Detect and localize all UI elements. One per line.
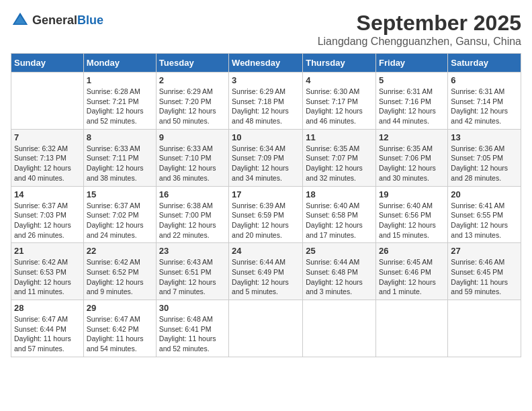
day-info: Sunrise: 6:42 AM Sunset: 6:53 PM Dayligh…: [14, 257, 81, 297]
day-info: Sunrise: 6:40 AM Sunset: 6:56 PM Dayligh…: [379, 201, 445, 240]
day-info: Sunrise: 6:33 AM Sunset: 7:11 PM Dayligh…: [87, 144, 153, 183]
logo-text: GeneralBlue: [32, 14, 103, 27]
day-info: Sunrise: 6:38 AM Sunset: 7:00 PM Dayligh…: [159, 201, 226, 240]
day-info: Sunrise: 6:42 AM Sunset: 6:52 PM Dayligh…: [87, 257, 153, 297]
day-number: 13: [451, 132, 518, 142]
day-cell: 1Sunrise: 6:28 AM Sunset: 7:21 PM Daylig…: [83, 73, 156, 130]
day-number: 5: [379, 75, 445, 85]
day-info: Sunrise: 6:43 AM Sunset: 6:51 PM Dayligh…: [159, 257, 226, 297]
day-cell: [376, 300, 448, 357]
day-info: Sunrise: 6:29 AM Sunset: 7:20 PM Dayligh…: [159, 87, 226, 126]
day-cell: 15Sunrise: 6:37 AM Sunset: 7:02 PM Dayli…: [83, 186, 156, 243]
day-number: 10: [232, 132, 300, 142]
day-number: 20: [451, 189, 518, 199]
day-info: Sunrise: 6:37 AM Sunset: 7:03 PM Dayligh…: [14, 201, 81, 240]
day-number: 27: [451, 246, 518, 256]
day-cell: 3Sunrise: 6:29 AM Sunset: 7:18 PM Daylig…: [229, 73, 303, 130]
logo-icon: [11, 11, 30, 30]
days-header-row: SundayMondayTuesdayWednesdayThursdayFrid…: [11, 54, 521, 73]
day-number: 26: [379, 246, 445, 256]
day-cell: 11Sunrise: 6:35 AM Sunset: 7:07 PM Dayli…: [303, 129, 376, 186]
day-cell: 20Sunrise: 6:41 AM Sunset: 6:55 PM Dayli…: [448, 186, 521, 243]
week-row-2: 7Sunrise: 6:32 AM Sunset: 7:13 PM Daylig…: [11, 129, 521, 186]
day-cell: 8Sunrise: 6:33 AM Sunset: 7:11 PM Daylig…: [83, 129, 156, 186]
day-info: Sunrise: 6:35 AM Sunset: 7:06 PM Dayligh…: [379, 144, 445, 183]
day-number: 24: [232, 246, 300, 256]
day-number: 16: [159, 189, 226, 199]
day-cell: 21Sunrise: 6:42 AM Sunset: 6:53 PM Dayli…: [11, 243, 84, 300]
day-number: 30: [159, 303, 226, 313]
day-cell: 4Sunrise: 6:30 AM Sunset: 7:17 PM Daylig…: [303, 73, 376, 130]
day-number: 28: [14, 303, 81, 313]
day-info: Sunrise: 6:48 AM Sunset: 6:41 PM Dayligh…: [159, 314, 226, 354]
day-info: Sunrise: 6:28 AM Sunset: 7:21 PM Dayligh…: [87, 87, 153, 126]
day-number: 8: [87, 132, 153, 142]
logo-general: General: [32, 13, 77, 27]
day-info: Sunrise: 6:45 AM Sunset: 6:46 PM Dayligh…: [379, 257, 445, 297]
day-cell: 6Sunrise: 6:31 AM Sunset: 7:14 PM Daylig…: [448, 73, 521, 130]
day-cell: 2Sunrise: 6:29 AM Sunset: 7:20 PM Daylig…: [156, 73, 228, 130]
day-cell: 24Sunrise: 6:44 AM Sunset: 6:49 PM Dayli…: [229, 243, 303, 300]
day-cell: 29Sunrise: 6:47 AM Sunset: 6:42 PM Dayli…: [83, 300, 156, 357]
day-number: 7: [14, 132, 81, 142]
day-info: Sunrise: 6:36 AM Sunset: 7:05 PM Dayligh…: [451, 144, 518, 183]
day-number: 22: [87, 246, 153, 256]
day-cell: 19Sunrise: 6:40 AM Sunset: 6:56 PM Dayli…: [376, 186, 448, 243]
day-header-saturday: Saturday: [448, 54, 521, 73]
day-number: 18: [306, 189, 373, 199]
day-info: Sunrise: 6:33 AM Sunset: 7:10 PM Dayligh…: [159, 144, 226, 183]
day-number: 29: [87, 303, 153, 313]
day-info: Sunrise: 6:47 AM Sunset: 6:44 PM Dayligh…: [14, 314, 81, 354]
day-cell: 22Sunrise: 6:42 AM Sunset: 6:52 PM Dayli…: [83, 243, 156, 300]
day-number: 17: [232, 189, 300, 199]
week-row-4: 21Sunrise: 6:42 AM Sunset: 6:53 PM Dayli…: [11, 243, 521, 300]
day-header-wednesday: Wednesday: [229, 54, 303, 73]
month-title: September 2025: [318, 11, 521, 36]
day-cell: 14Sunrise: 6:37 AM Sunset: 7:03 PM Dayli…: [11, 186, 84, 243]
day-cell: 12Sunrise: 6:35 AM Sunset: 7:06 PM Dayli…: [376, 129, 448, 186]
day-info: Sunrise: 6:39 AM Sunset: 6:59 PM Dayligh…: [232, 201, 300, 240]
day-number: 23: [159, 246, 226, 256]
day-number: 15: [87, 189, 153, 199]
day-info: Sunrise: 6:44 AM Sunset: 6:48 PM Dayligh…: [306, 257, 373, 297]
day-cell: 26Sunrise: 6:45 AM Sunset: 6:46 PM Dayli…: [376, 243, 448, 300]
logo-blue: Blue: [77, 13, 103, 27]
day-number: 2: [159, 75, 226, 85]
day-info: Sunrise: 6:46 AM Sunset: 6:45 PM Dayligh…: [451, 257, 518, 297]
day-cell: [229, 300, 303, 357]
day-number: 4: [306, 75, 373, 85]
day-cell: 28Sunrise: 6:47 AM Sunset: 6:44 PM Dayli…: [11, 300, 84, 357]
day-header-monday: Monday: [83, 54, 156, 73]
day-cell: 23Sunrise: 6:43 AM Sunset: 6:51 PM Dayli…: [156, 243, 228, 300]
day-number: 6: [451, 75, 518, 85]
day-cell: 5Sunrise: 6:31 AM Sunset: 7:16 PM Daylig…: [376, 73, 448, 130]
day-cell: [303, 300, 376, 357]
day-header-tuesday: Tuesday: [156, 54, 228, 73]
day-cell: 30Sunrise: 6:48 AM Sunset: 6:41 PM Dayli…: [156, 300, 228, 357]
day-info: Sunrise: 6:40 AM Sunset: 6:58 PM Dayligh…: [306, 201, 373, 240]
day-cell: [11, 73, 84, 130]
day-info: Sunrise: 6:30 AM Sunset: 7:17 PM Dayligh…: [306, 87, 373, 126]
day-number: 14: [14, 189, 81, 199]
calendar-table: SundayMondayTuesdayWednesdayThursdayFrid…: [11, 53, 521, 357]
day-number: 19: [379, 189, 445, 199]
week-row-5: 28Sunrise: 6:47 AM Sunset: 6:44 PM Dayli…: [11, 300, 521, 357]
day-info: Sunrise: 6:34 AM Sunset: 7:09 PM Dayligh…: [232, 144, 300, 183]
day-info: Sunrise: 6:31 AM Sunset: 7:16 PM Dayligh…: [379, 87, 445, 126]
day-cell: 7Sunrise: 6:32 AM Sunset: 7:13 PM Daylig…: [11, 129, 84, 186]
day-cell: 25Sunrise: 6:44 AM Sunset: 6:48 PM Dayli…: [303, 243, 376, 300]
logo: GeneralBlue: [11, 11, 103, 30]
day-number: 1: [87, 75, 153, 85]
day-header-friday: Friday: [376, 54, 448, 73]
day-header-sunday: Sunday: [11, 54, 84, 73]
day-cell: 17Sunrise: 6:39 AM Sunset: 6:59 PM Dayli…: [229, 186, 303, 243]
day-number: 25: [306, 246, 373, 256]
day-cell: 16Sunrise: 6:38 AM Sunset: 7:00 PM Dayli…: [156, 186, 228, 243]
location-title: Liangdang Chengguanzhen, Gansu, China: [318, 36, 521, 48]
day-cell: 10Sunrise: 6:34 AM Sunset: 7:09 PM Dayli…: [229, 129, 303, 186]
week-row-1: 1Sunrise: 6:28 AM Sunset: 7:21 PM Daylig…: [11, 73, 521, 130]
day-cell: 18Sunrise: 6:40 AM Sunset: 6:58 PM Dayli…: [303, 186, 376, 243]
day-info: Sunrise: 6:37 AM Sunset: 7:02 PM Dayligh…: [87, 201, 153, 240]
day-cell: [448, 300, 521, 357]
day-info: Sunrise: 6:31 AM Sunset: 7:14 PM Dayligh…: [451, 87, 518, 126]
